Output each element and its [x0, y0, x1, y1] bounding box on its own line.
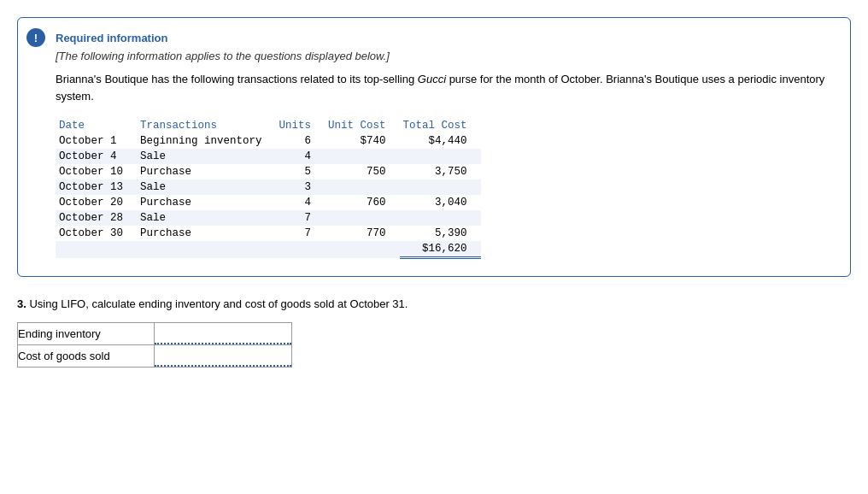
totalcost-cell: 5,390 — [400, 226, 481, 241]
table-row: October 30Purchase77705,390 — [56, 226, 481, 241]
description: Brianna's Boutique has the following tra… — [56, 71, 833, 104]
ending-inventory-input-cell — [155, 323, 292, 345]
col-header-date: Date — [56, 118, 137, 133]
transaction-cell: Beginning inventory — [137, 133, 276, 149]
required-info-title: Required information — [56, 32, 833, 44]
date-cell: October 20 — [56, 195, 137, 210]
table-row: October 10Purchase57503,750 — [56, 164, 481, 179]
date-cell: October 30 — [56, 226, 137, 241]
table-row: October 1Beginning inventory6$740$4,440 — [56, 133, 481, 149]
units-cell: 7 — [276, 226, 326, 241]
total-empty-cell — [56, 241, 137, 258]
transaction-cell: Sale — [137, 210, 276, 226]
transaction-cell: Purchase — [137, 164, 276, 179]
info-icon: ! — [26, 28, 45, 47]
transaction-cell: Purchase — [137, 195, 276, 210]
question-title: 3. Using LIFO, calculate ending inventor… — [17, 297, 851, 310]
cogs-input[interactable] — [155, 345, 291, 367]
info-box: ! Required information [The following in… — [17, 17, 851, 277]
unitcost-cell — [325, 149, 400, 164]
units-cell: 3 — [276, 179, 326, 195]
table-row: October 28Sale7 — [56, 210, 481, 226]
ending-inventory-input[interactable] — [155, 323, 291, 344]
date-cell: October 28 — [56, 210, 137, 226]
italic-note: [The following information applies to th… — [56, 50, 833, 62]
units-cell: 4 — [276, 149, 326, 164]
units-cell: 5 — [276, 164, 326, 179]
totalcost-cell: $4,440 — [400, 133, 481, 149]
date-cell: October 10 — [56, 164, 137, 179]
cogs-label: Cost of goods sold — [18, 345, 155, 368]
transactions-table: Date Transactions Units Unit Cost Total … — [56, 118, 481, 259]
unitcost-cell: 760 — [325, 195, 400, 210]
units-cell: 7 — [276, 210, 326, 226]
cogs-input-cell — [155, 345, 292, 368]
totalcost-cell: 3,750 — [400, 164, 481, 179]
date-cell: October 13 — [56, 179, 137, 195]
total-row: $16,620 — [56, 241, 481, 258]
total-empty-cell — [325, 241, 400, 258]
table-row: October 13Sale3 — [56, 179, 481, 195]
col-header-units: Units — [276, 118, 326, 133]
col-header-transactions: Transactions — [137, 118, 276, 133]
unitcost-cell: $740 — [325, 133, 400, 149]
question-section: 3. Using LIFO, calculate ending inventor… — [17, 297, 851, 368]
col-header-totalcost: Total Cost — [400, 118, 481, 133]
unitcost-cell — [325, 210, 400, 226]
ending-inventory-label: Ending inventory — [18, 323, 155, 345]
unitcost-cell: 750 — [325, 164, 400, 179]
totalcost-cell — [400, 210, 481, 226]
transaction-cell: Sale — [137, 179, 276, 195]
totalcost-cell — [400, 179, 481, 195]
grand-total-cell: $16,620 — [400, 241, 481, 258]
transaction-cell: Sale — [137, 149, 276, 164]
totalcost-cell — [400, 149, 481, 164]
unitcost-cell: 770 — [325, 226, 400, 241]
total-empty-cell — [276, 241, 326, 258]
date-cell: October 4 — [56, 149, 137, 164]
col-header-unitcost: Unit Cost — [325, 118, 400, 133]
unitcost-cell — [325, 179, 400, 195]
units-cell: 6 — [276, 133, 326, 149]
transaction-cell: Purchase — [137, 226, 276, 241]
units-cell: 4 — [276, 195, 326, 210]
totalcost-cell: 3,040 — [400, 195, 481, 210]
total-empty-cell — [137, 241, 276, 258]
answer-table: Ending inventory Cost of goods sold — [17, 322, 292, 368]
table-row: October 20Purchase47603,040 — [56, 195, 481, 210]
table-row: October 4Sale4 — [56, 149, 481, 164]
date-cell: October 1 — [56, 133, 137, 149]
